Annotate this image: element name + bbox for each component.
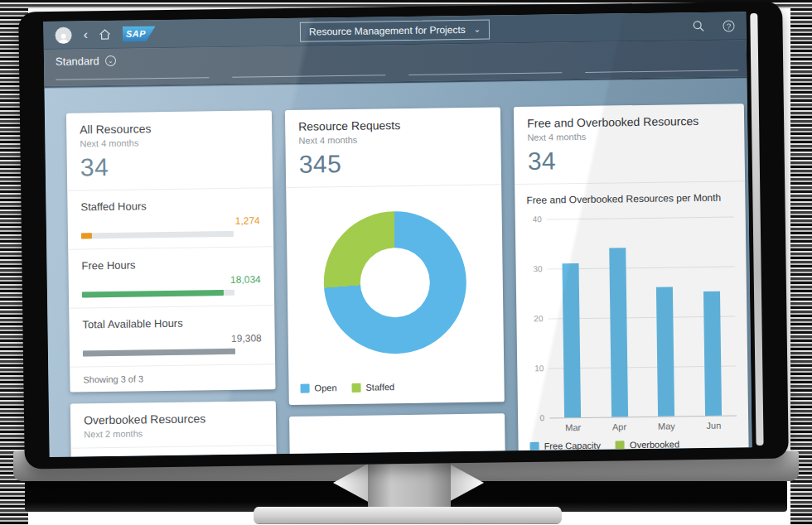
kpi-row-free-hours[interactable]: Free Hours 18,034 [68,246,274,307]
kpi-value: 34 [528,144,732,175]
variant-label: Standard [56,55,99,68]
legend-label: Free Capacity [544,441,601,451]
row-value: 18,034 [82,273,261,287]
chevron-down-circle-icon: ⌄ [105,55,116,66]
y-axis-tick: 0 [528,413,544,422]
filter-fields [56,59,738,80]
y-axis-tick: 20 [526,314,543,323]
screen: ‹ SAP Resource Management for Projects ⌄ [43,12,752,457]
legend-item-staffed: Staffed [351,382,394,393]
x-axis-label: Jun [706,421,721,431]
table-header-row: Name This Month Next Month [71,445,278,457]
card-footer: Showing 3 of 3 [70,364,275,392]
x-axis-label: Apr [612,421,626,431]
stand-neck [368,457,451,510]
legend-item-free-capacity: Free Capacity [529,441,601,451]
avatar[interactable] [55,26,71,43]
card-partially-visible[interactable] [289,413,505,457]
kpi-row-total-available-hours[interactable]: Total Available Hours 19,308 [69,305,275,366]
home-icon [99,29,111,40]
legend-swatch-free-capacity [529,441,539,450]
legend-label: Staffed [365,382,394,392]
filter-field-2[interactable] [232,64,385,78]
progress-fill [81,233,92,238]
row-value: 19,308 [83,332,262,346]
bar [703,291,722,416]
help-icon: ? [723,20,734,31]
card-overbooked-resources[interactable]: Overbooked Resources Next 2 months Name … [70,401,278,457]
donut-chart-area [286,184,504,377]
stand-base [254,507,562,523]
card-free-and-overbooked[interactable]: Free and Overbooked Resources Next 4 mon… [514,104,749,457]
progress-track [83,349,235,357]
donut-legend: Open Staffed [288,373,504,405]
bar-legend: Free Capacity Overbooked [518,431,748,457]
y-axis-tick: 40 [525,214,542,224]
card-title: All Resources [80,120,259,136]
back-button[interactable]: ‹ [83,28,88,41]
row-label: Free Hours [81,259,135,272]
card-subtitle: Next 4 months [527,129,731,142]
progress-track [82,290,234,298]
y-axis-tick: 10 [527,364,544,373]
app-title-select[interactable]: Resource Management for Projects ⌄ [300,20,490,42]
progress-fill [82,290,224,297]
legend-label: Overbooked [630,439,679,450]
help-button[interactable]: ? [723,20,734,31]
card-title: Free and Overbooked Resources [527,113,731,129]
search-button[interactable] [692,20,704,32]
home-button[interactable] [99,29,111,40]
app-title: Resource Management for Projects [309,24,466,38]
legend-item-overbooked: Overbooked [616,439,679,450]
card-subtitle: Next 4 months [298,133,487,146]
progress-track [81,231,234,239]
card-all-resources[interactable]: All Resources Next 4 months 34 Staffed H… [66,110,276,392]
bar [656,287,674,416]
shell-actions: ? [692,19,734,32]
kpi-row-staffed-hours[interactable]: Staffed Hours 1,274 [67,187,273,248]
card-resource-requests[interactable]: Resource Requests Next 4 months 345 O [285,107,505,405]
progress-fill [83,349,235,357]
filter-field-1[interactable] [56,66,209,80]
filter-field-4[interactable] [585,59,738,73]
bars [547,216,737,417]
row-label: Total Available Hours [82,317,182,331]
row-value: 1,274 [81,214,260,229]
kpi-value: 34 [80,151,259,181]
bar [563,263,582,417]
kpi-value: 345 [299,148,488,179]
chart-title: Free and Overbooked Resources per Month [526,191,733,205]
bar-plot: 403020100 [547,216,737,417]
card-title: Resource Requests [298,118,487,133]
legend-item-open: Open [300,383,336,393]
sap-logo: SAP [123,26,156,42]
donut-chart [323,210,467,354]
chevron-down-icon: ⌄ [474,27,481,32]
variant-selector[interactable]: Standard ⌄ [56,55,116,68]
legend-swatch-overbooked [616,441,625,450]
monitor-bezel: ‹ SAP Resource Management for Projects ⌄ [18,2,789,470]
legend-label: Open [314,383,336,393]
card-subtitle: Next 2 months [84,426,263,439]
card-subtitle: Next 4 months [80,136,259,148]
row-label: Staffed Hours [80,200,146,213]
x-axis-label: May [658,421,675,431]
person-icon [58,31,70,43]
filter-field-3[interactable] [408,61,562,75]
x-axis-label: Mar [565,422,581,432]
edge-artifact-right [790,0,812,525]
legend-swatch-staffed [351,383,360,392]
card-title: Overbooked Resources [84,411,263,426]
y-axis-tick: 30 [526,264,543,273]
overview-content: All Resources Next 4 months 34 Staffed H… [44,79,752,457]
search-icon [692,20,704,32]
bar [609,248,628,417]
bezel-glare [750,13,763,446]
bar-chart-area: Free and Overbooked Resources per Month … [515,181,748,435]
legend-swatch-open [300,383,309,393]
scene: ‹ SAP Resource Management for Projects ⌄ [0,0,812,525]
